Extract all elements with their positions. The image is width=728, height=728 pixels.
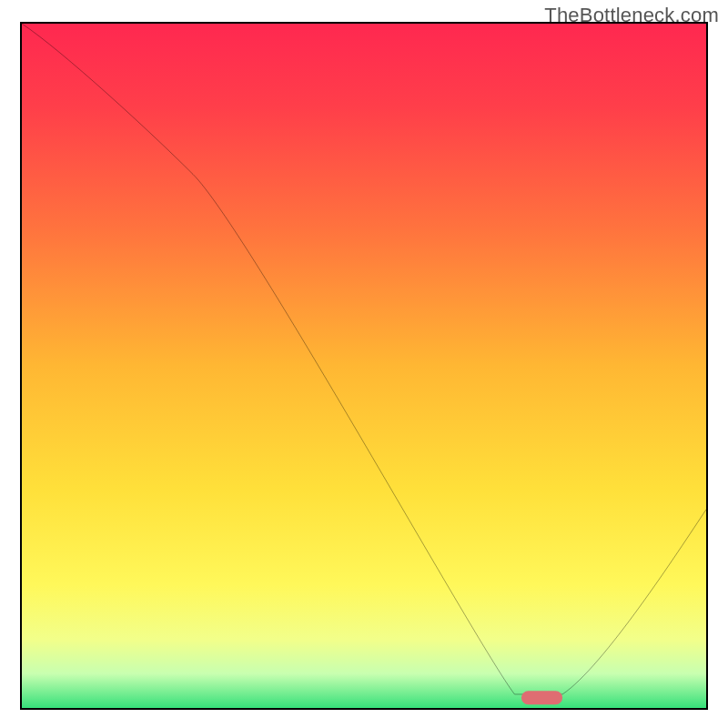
chart-svg	[22, 24, 706, 708]
chart-plot-area	[20, 22, 708, 710]
chart-background-gradient	[22, 24, 706, 708]
optimal-marker	[521, 691, 562, 704]
watermark-text: TheBottleneck.com	[544, 4, 719, 27]
